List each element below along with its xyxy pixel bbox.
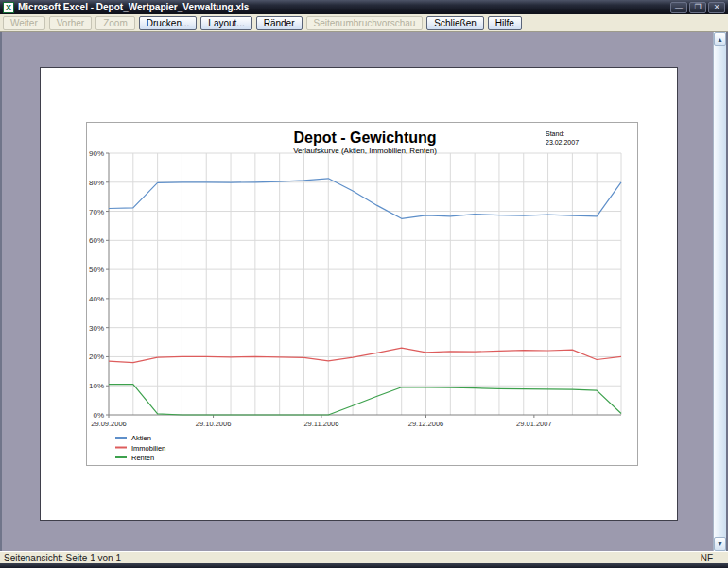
drucken-button[interactable]: Drucken...	[139, 16, 198, 30]
legend-label-renten: Renten	[131, 454, 154, 462]
series-line-aktien	[109, 179, 621, 219]
window-title: Microsoft Excel - Depot_Wertpapier_Verwa…	[18, 2, 667, 12]
excel-icon: X	[3, 2, 14, 13]
numlock-indicator: NF	[701, 553, 724, 563]
vorher-button[interactable]: Vorher	[49, 16, 92, 30]
chart-gridlines	[109, 153, 621, 415]
restore-icon: ❐	[694, 3, 701, 11]
series-line-immobilien	[109, 348, 621, 362]
title-bar: X Microsoft Excel - Depot_Wertpapier_Ver…	[0, 0, 728, 14]
x-axis-label: 29.11.2006	[303, 420, 338, 428]
scroll-down-button[interactable]: ▼	[714, 537, 726, 551]
y-axis-label: 90%	[89, 149, 104, 158]
vertical-scrollbar[interactable]: ▲ ▼	[713, 32, 726, 551]
print-preview-toolbar: Weiter Vorher Zoom Drucken... Layout... …	[0, 14, 728, 32]
close-icon: ✕	[714, 3, 720, 11]
y-axis-label: 40%	[89, 295, 104, 303]
scroll-up-icon: ▲	[717, 36, 723, 43]
preview-page: 0%10%20%30%40%50%60%70%80%90%29.09.20062…	[40, 67, 678, 521]
legend-label-aktien: Aktien	[131, 434, 151, 442]
y-axis-label: 10%	[89, 382, 104, 390]
series-line-renten	[109, 385, 621, 415]
status-text: Seitenansicht: Seite 1 von 1	[4, 553, 121, 563]
scroll-up-button[interactable]: ▲	[714, 32, 726, 46]
x-axis-label: 29.10.2006	[196, 420, 232, 428]
y-axis-label: 80%	[89, 179, 104, 187]
status-bar: Seitenansicht: Seite 1 von 1 NF	[0, 551, 728, 563]
close-button[interactable]: ✕	[708, 2, 725, 13]
restore-button[interactable]: ❐	[689, 2, 706, 13]
chart-object: 0%10%20%30%40%50%60%70%80%90%29.09.20062…	[86, 122, 638, 466]
minimize-icon: —	[675, 3, 683, 11]
chart-legend: AktienImmobilienRenten	[115, 434, 165, 462]
y-axis-label: 20%	[89, 353, 104, 361]
y-axis-label: 60%	[89, 236, 104, 245]
stand-date: 23.02.2007	[546, 139, 579, 146]
y-axis-label: 30%	[89, 324, 104, 333]
legend-label-immobilien: Immobilien	[131, 444, 165, 453]
y-axis-label: 50%	[89, 266, 104, 274]
seitenumbruchvorschau-button[interactable]: Seitenumbruchvorschau	[306, 16, 424, 30]
window-bottom-edge	[0, 563, 728, 568]
x-axis-label: 29.01.2007	[516, 420, 552, 428]
x-axis-label: 29.09.2006	[91, 420, 127, 428]
scroll-down-icon: ▼	[717, 541, 723, 547]
chart-axes	[106, 153, 621, 418]
raender-button[interactable]: Ränder	[256, 16, 303, 30]
chart-subtitle: Verlaufskurve (Aktien, Immobilien, Rente…	[293, 146, 437, 155]
weiter-button[interactable]: Weiter	[3, 16, 45, 30]
stand-label: Stand:	[546, 130, 564, 137]
chart-title: Depot - Gewichtung	[293, 129, 436, 146]
window-controls: — ❐ ✕	[670, 2, 725, 13]
axis-labels: 0%10%20%30%40%50%60%70%80%90%29.09.20062…	[89, 149, 552, 428]
y-axis-label: 70%	[89, 208, 104, 216]
depot-chart-svg: 0%10%20%30%40%50%60%70%80%90%29.09.20062…	[87, 123, 637, 465]
preview-workspace: 0%10%20%30%40%50%60%70%80%90%29.09.20062…	[0, 32, 728, 551]
excel-window: X Microsoft Excel - Depot_Wertpapier_Ver…	[0, 0, 728, 568]
zoom-button[interactable]: Zoom	[95, 16, 135, 30]
hilfe-button[interactable]: Hilfe	[488, 16, 522, 30]
layout-button[interactable]: Layout...	[200, 16, 251, 30]
schliessen-button[interactable]: Schließen	[426, 16, 483, 30]
minimize-button[interactable]: —	[670, 2, 687, 13]
x-axis-label: 29.12.2006	[408, 420, 444, 428]
y-axis-label: 0%	[93, 411, 104, 420]
